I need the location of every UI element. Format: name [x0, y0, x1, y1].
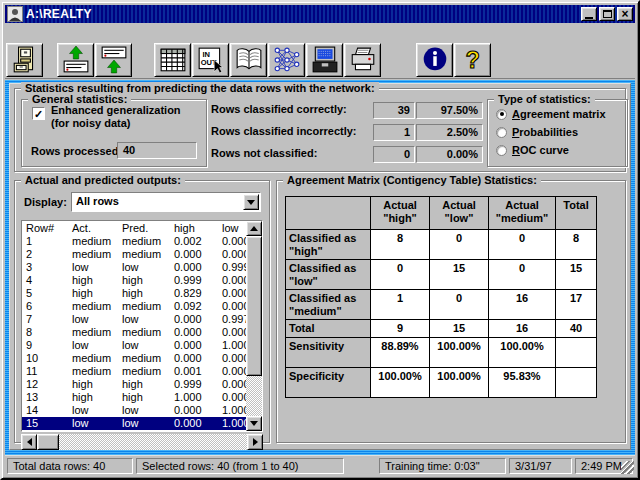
cell-value: 15: [430, 320, 488, 337]
app-window: A:\REALTY ×: [0, 0, 640, 480]
menu-item[interactable]: [61, 23, 75, 41]
book-button[interactable]: [230, 43, 267, 77]
scroll-right-button[interactable]: [247, 434, 263, 450]
list-item[interactable]: 15 low low 0.000 1.000: [22, 417, 246, 430]
table-row: Sensitivity 88.89% 100.00% 100.00%: [286, 338, 596, 367]
list-item[interactable]: 14 low low 0.000 1.000: [22, 404, 246, 417]
col-actual: Act.: [72, 222, 122, 235]
radio-label: ROC curve: [512, 144, 569, 156]
classification-stat-label: Rows classified incorrectly:: [211, 125, 357, 137]
vertical-scrollbar-thumb[interactable]: [246, 236, 262, 376]
save-screen-button[interactable]: [306, 43, 343, 77]
checkmark-icon: ✓: [34, 108, 43, 120]
display-combobox[interactable]: All rows: [71, 192, 261, 212]
file-cabinet-icon: [11, 46, 39, 74]
menu-item[interactable]: [5, 23, 19, 41]
cell-value: 0: [489, 230, 555, 259]
arrow-right-icon: [253, 438, 258, 446]
scroll-left-button[interactable]: [21, 434, 37, 450]
client-area: Statistics resulting from predicting the…: [5, 80, 635, 455]
statistics-type-radio[interactable]: Probabilities: [496, 125, 578, 139]
cell-value: 100.00%: [430, 368, 488, 397]
window-controls: ×: [581, 7, 633, 21]
enhanced-generalization-checkbox[interactable]: ✓: [32, 107, 45, 120]
list-item[interactable]: 13 high high 1.000 0.000: [22, 391, 246, 404]
statistics-type-radio[interactable]: Agreement matrix: [496, 107, 606, 121]
list-item[interactable]: 9 low low 0.000 1.000: [22, 339, 246, 352]
cell-value: 8: [556, 230, 596, 259]
status-total-rows: Total data rows: 40: [7, 458, 133, 474]
radio-label: Probabilities: [512, 126, 578, 138]
display-label: Display:: [24, 196, 67, 208]
toolbar: IN OUT: [5, 41, 635, 79]
horizontal-scrollbar[interactable]: [21, 434, 263, 450]
vertical-scrollbar[interactable]: [246, 221, 262, 431]
scroll-up-button[interactable]: [246, 221, 262, 236]
menu-item[interactable]: [19, 23, 33, 41]
print-button[interactable]: [344, 43, 381, 77]
monitor-on-disk-icon: [311, 46, 339, 74]
list-item[interactable]: 8 medium medium 0.000 0.000: [22, 326, 246, 339]
maximize-icon: [603, 10, 612, 18]
outputs-groupbox-title: Actual and predicted outputs:: [21, 174, 185, 186]
list-item[interactable]: 2 medium medium 0.000 0.000: [22, 248, 246, 261]
list-item[interactable]: 5 high high 0.829 0.000: [22, 287, 246, 300]
retrieve-file-button[interactable]: [57, 43, 94, 77]
cell-value: [556, 338, 596, 367]
display-combobox-value: All rows: [76, 195, 119, 207]
network-button[interactable]: [268, 43, 305, 77]
app-icon[interactable]: [7, 6, 23, 22]
cell-value: 0: [430, 290, 488, 319]
header-actual-medium: Actual "medium": [489, 197, 555, 229]
classification-stat-row: Rows classified correctly: 39 97.50%: [211, 102, 491, 119]
cell-value: 100.00%: [371, 368, 429, 397]
outputs-groupbox: Actual and predicted outputs: Display: A…: [14, 180, 270, 443]
classification-stat-row: Rows classified incorrectly: 1 2.50%: [211, 124, 491, 141]
file-cabinet-button[interactable]: [6, 43, 43, 77]
statistics-type-radio[interactable]: ROC curve: [496, 143, 569, 157]
help-button[interactable]: ?: [454, 43, 491, 77]
radio-label: Agreement matrix: [512, 108, 606, 120]
agreement-matrix-groupbox: Agreement Matrix (Contigency Table) Stat…: [276, 180, 626, 443]
list-item[interactable]: 3 low low 0.000 0.999: [22, 261, 246, 274]
list-item[interactable]: 11 medium medium 0.001 0.000: [22, 365, 246, 378]
info-button[interactable]: [416, 43, 453, 77]
scroll-down-button[interactable]: [246, 416, 262, 431]
col-rownum: Row#: [26, 222, 72, 235]
radio-icon: [496, 109, 507, 120]
list-item[interactable]: 7 low low 0.000 0.997: [22, 313, 246, 326]
menu-item[interactable]: [33, 23, 47, 41]
minimize-button[interactable]: [581, 7, 597, 21]
cell-value: 1: [371, 290, 429, 319]
display-combobox-dropdown-button[interactable]: [243, 194, 259, 210]
cell-value: 16: [489, 290, 555, 319]
status-training-time: Training time: 0:03": [379, 458, 506, 474]
cell-value: 15: [430, 260, 488, 289]
cell-value: 0: [489, 260, 555, 289]
status-bar: Total data rows: 40 Selected rows: 40 (f…: [5, 455, 635, 475]
cell-value: 16: [489, 320, 555, 337]
list-item[interactable]: 1 medium medium 0.002 0.000: [22, 235, 246, 248]
horizontal-scrollbar-thumb[interactable]: [37, 434, 59, 450]
svg-text:?: ?: [465, 46, 479, 72]
classification-stat-label: Rows not classified:: [211, 147, 317, 159]
row-label: Sensitivity: [286, 338, 370, 367]
row-label: Classified as "low": [286, 260, 370, 289]
classification-stat-label: Rows classified correctly:: [211, 103, 347, 115]
statistics-groupbox: Statistics resulting from predicting the…: [14, 88, 626, 172]
close-button[interactable]: ×: [617, 7, 633, 21]
list-item[interactable]: 12 high high 0.999 0.000: [22, 378, 246, 391]
maximize-button[interactable]: [599, 7, 615, 21]
in-out-icon: IN OUT: [197, 46, 225, 74]
status-date: 3/31/97: [509, 458, 572, 474]
list-item[interactable]: 6 medium medium 0.092 0.000: [22, 300, 246, 313]
data-grid-button[interactable]: [154, 43, 191, 77]
in-out-button[interactable]: IN OUT: [192, 43, 229, 77]
menu-item[interactable]: [47, 23, 61, 41]
radio-icon: [496, 145, 507, 156]
list-item[interactable]: 10 medium medium 0.000 0.000: [22, 352, 246, 365]
list-item[interactable]: 4 high high 0.999 0.000: [22, 274, 246, 287]
resize-grip[interactable]: [621, 461, 634, 474]
save-file-button[interactable]: [95, 43, 132, 77]
agreement-matrix-table: Actual "high" Actual "low" Actual "mediu…: [285, 196, 597, 398]
